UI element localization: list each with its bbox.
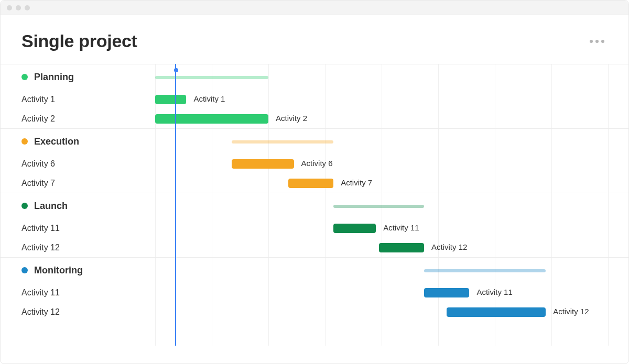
bar-track	[155, 64, 628, 90]
phase-name: Monitoring	[34, 265, 83, 276]
phase-header-row: Planning	[1, 64, 628, 90]
bar-track: Activity 12	[155, 302, 628, 322]
task-bar[interactable]	[379, 243, 424, 252]
bar-track: Activity 1	[155, 90, 628, 109]
task-bar-label: Activity 12	[431, 242, 467, 251]
activity-row: Activity 12 Activity 12	[1, 302, 628, 322]
phase-header-row: Execution	[1, 129, 628, 154]
phase-group: Launch Activity 11 Activity 11 Activity …	[1, 193, 628, 257]
activity-row: Activity 6 Activity 6	[1, 154, 628, 173]
bar-track	[155, 258, 628, 283]
task-bar[interactable]	[155, 114, 268, 124]
task-bar[interactable]	[155, 95, 186, 104]
task-bar-label: Activity 2	[276, 114, 307, 123]
phase-label[interactable]: Execution	[1, 136, 155, 147]
activity-row: Activity 1 Activity 1	[1, 90, 628, 109]
activity-row: Activity 11 Activity 11	[1, 283, 628, 302]
gantt-chart: Planning Activity 1 Activity 1 Activity …	[1, 64, 628, 346]
activity-label-left[interactable]: Activity 2	[1, 114, 155, 124]
summary-bar[interactable]	[232, 140, 333, 144]
activity-row: Activity 2 Activity 2	[1, 109, 628, 128]
task-bar-label: Activity 11	[476, 288, 512, 296]
activity-name: Activity 11	[21, 288, 60, 297]
phase-color-dot-icon	[21, 267, 28, 273]
activity-label-left[interactable]: Activity 7	[1, 179, 155, 188]
phase-name: Launch	[34, 201, 68, 212]
summary-bar[interactable]	[424, 269, 546, 272]
task-bar[interactable]	[333, 224, 376, 233]
task-bar[interactable]	[424, 288, 469, 297]
phase-group: Planning Activity 1 Activity 1 Activity …	[1, 64, 628, 128]
activity-row: Activity 12 Activity 12	[1, 238, 628, 257]
phase-label[interactable]: Launch	[1, 201, 155, 212]
activity-label-left[interactable]: Activity 1	[1, 95, 155, 104]
phase-group: Execution Activity 6 Activity 6 Activity…	[1, 128, 628, 193]
bar-track: Activity 11	[155, 283, 628, 302]
activity-label-left[interactable]: Activity 12	[1, 243, 155, 252]
activity-name: Activity 2	[21, 114, 55, 124]
activity-label-left[interactable]: Activity 12	[1, 307, 155, 317]
phase-header-row: Launch	[1, 193, 628, 218]
task-bar-label: Activity 1	[193, 94, 225, 103]
summary-bar[interactable]	[333, 205, 424, 208]
phase-group: Monitoring Activity 11 Activity 11 Activ…	[1, 257, 628, 322]
activity-name: Activity 6	[21, 159, 55, 169]
today-marker-icon	[174, 68, 178, 72]
dot-icon	[590, 40, 593, 43]
task-bar[interactable]	[232, 159, 294, 169]
task-bar-label: Activity 6	[301, 159, 333, 168]
title-row: Single project	[1, 31, 628, 64]
activity-label-left[interactable]: Activity 6	[1, 159, 155, 169]
activity-name: Activity 12	[21, 307, 60, 317]
activity-label-left[interactable]: Activity 11	[1, 288, 155, 297]
bar-track	[155, 193, 628, 218]
bar-track: Activity 2	[155, 109, 628, 128]
traffic-close-icon[interactable]	[7, 5, 12, 10]
activity-row: Activity 7 Activity 7	[1, 173, 628, 193]
bar-track	[155, 129, 628, 154]
phase-name: Planning	[34, 72, 74, 83]
phase-color-dot-icon	[21, 203, 28, 209]
activity-name: Activity 11	[21, 224, 60, 233]
page-title: Single project	[21, 31, 137, 51]
bar-track: Activity 7	[155, 173, 628, 193]
phase-color-dot-icon	[21, 138, 28, 145]
dot-icon	[601, 40, 604, 43]
traffic-zoom-icon[interactable]	[25, 5, 30, 10]
today-line	[175, 64, 176, 346]
task-bar[interactable]	[447, 307, 546, 317]
task-bar-label: Activity 12	[553, 307, 589, 316]
task-bar-label: Activity 7	[341, 178, 372, 187]
window-chrome	[1, 1, 628, 15]
bar-track: Activity 11	[155, 218, 628, 238]
summary-bar[interactable]	[155, 76, 268, 79]
phase-header-row: Monitoring	[1, 258, 628, 283]
phase-label[interactable]: Planning	[1, 72, 155, 83]
dot-icon	[595, 40, 599, 43]
content-area: Single project Planning Activity 1	[1, 15, 628, 363]
bar-track: Activity 6	[155, 154, 628, 173]
activity-name: Activity 12	[21, 243, 60, 252]
activity-row: Activity 11 Activity 11	[1, 218, 628, 238]
activity-label-left[interactable]: Activity 11	[1, 224, 155, 233]
phase-label[interactable]: Monitoring	[1, 265, 155, 276]
task-bar[interactable]	[288, 179, 333, 188]
phase-name: Execution	[34, 136, 79, 147]
bar-track: Activity 12	[155, 238, 628, 257]
task-bar-label: Activity 11	[383, 223, 419, 232]
activity-name: Activity 7	[21, 179, 55, 188]
phase-color-dot-icon	[21, 74, 28, 80]
traffic-minimize-icon[interactable]	[16, 5, 21, 10]
more-menu-button[interactable]	[587, 37, 608, 46]
activity-name: Activity 1	[21, 95, 55, 104]
